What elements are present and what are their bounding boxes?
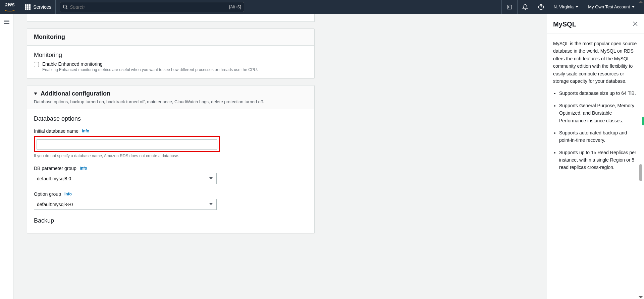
monitoring-section-title: Monitoring bbox=[34, 52, 308, 59]
additional-config-subtitle: Database options, backup turned on, back… bbox=[34, 99, 308, 104]
help-bullet: Supports automated backup and point-in-t… bbox=[559, 129, 638, 144]
search-shortcut: [Alt+S] bbox=[229, 5, 241, 9]
option-group-info-link[interactable]: Info bbox=[64, 192, 72, 196]
option-group-label: Option group bbox=[34, 191, 61, 197]
help-bullet: Supports General Purpose, Memory Optimiz… bbox=[559, 102, 638, 124]
additional-configuration-card: Additional configuration Database option… bbox=[27, 85, 315, 233]
additional-config-title: Additional configuration bbox=[41, 90, 110, 97]
chevron-down-icon bbox=[34, 93, 37, 95]
enhanced-monitoring-hint: Enabling Enhanced monitoring metrics are… bbox=[42, 67, 258, 72]
enhanced-monitoring-checkbox[interactable] bbox=[34, 62, 39, 67]
db-parameter-group-select[interactable]: default.mysql8.0 bbox=[34, 173, 217, 184]
left-rail bbox=[0, 14, 13, 299]
grid-icon bbox=[25, 4, 31, 10]
initial-db-name-info-link[interactable]: Info bbox=[82, 129, 89, 133]
option-group-select[interactable]: default:mysql-8-0 bbox=[34, 199, 217, 210]
previous-card-bottom bbox=[27, 14, 315, 22]
cloudshell-button[interactable] bbox=[501, 0, 517, 14]
initial-db-name-help: If you do not specify a database name, A… bbox=[34, 154, 308, 158]
initial-db-name-input[interactable] bbox=[37, 139, 217, 150]
bell-icon bbox=[522, 4, 528, 10]
terminal-icon bbox=[506, 4, 513, 10]
aws-logo[interactable]: aws bbox=[5, 3, 15, 11]
notifications-button[interactable] bbox=[517, 0, 533, 14]
db-parameter-group-label: DB parameter group bbox=[34, 166, 76, 171]
svg-point-0 bbox=[63, 5, 66, 8]
backup-section-title: Backup bbox=[34, 217, 308, 224]
region-label: N. Virginia bbox=[554, 4, 574, 9]
help-icon bbox=[538, 4, 544, 10]
database-options-title: Database options bbox=[34, 115, 308, 122]
help-panel-intro: MySQL is the most popular open source da… bbox=[553, 40, 638, 85]
help-panel-title: MySQL bbox=[553, 20, 576, 28]
region-selector[interactable]: N. Virginia bbox=[549, 0, 583, 14]
top-navigation-bar: aws Services [Alt+S] N. Virginia My Own … bbox=[0, 0, 644, 14]
account-menu[interactable]: My Own Test Account bbox=[583, 0, 639, 14]
initial-db-name-label: Initial database name bbox=[34, 128, 78, 134]
main-content: Monitoring Monitoring Enable Enhanced mo… bbox=[13, 14, 547, 299]
account-label: My Own Test Account bbox=[588, 4, 630, 9]
global-search[interactable]: [Alt+S] bbox=[60, 2, 244, 12]
enhanced-monitoring-label: Enable Enhanced monitoring bbox=[42, 61, 258, 67]
caret-down-icon bbox=[576, 6, 578, 8]
help-bullet: Supports up to 15 Read Replicas per inst… bbox=[559, 149, 638, 171]
feedback-tab[interactable] bbox=[642, 117, 644, 125]
help-panel-close-button[interactable] bbox=[633, 20, 638, 28]
services-label: Services bbox=[33, 4, 51, 10]
services-menu-button[interactable]: Services bbox=[21, 0, 56, 14]
side-nav-toggle[interactable] bbox=[4, 20, 9, 24]
help-panel: MySQL MySQL is the most popular open sou… bbox=[547, 14, 644, 299]
help-bullet: Supports database size up to 64 TiB. bbox=[559, 89, 638, 97]
search-icon bbox=[63, 4, 68, 9]
svg-line-1 bbox=[66, 8, 67, 9]
additional-config-toggle[interactable]: Additional configuration bbox=[34, 90, 308, 97]
highlighted-field-box bbox=[34, 136, 220, 152]
monitoring-card: Monitoring Monitoring Enable Enhanced mo… bbox=[27, 28, 315, 78]
db-parameter-group-info-link[interactable]: Info bbox=[80, 166, 87, 171]
caret-down-icon bbox=[632, 6, 635, 8]
search-input[interactable] bbox=[68, 4, 229, 10]
help-panel-bullet-list: Supports database size up to 64 TiB. Sup… bbox=[553, 89, 638, 171]
close-icon bbox=[633, 21, 638, 26]
help-button[interactable] bbox=[533, 0, 549, 14]
monitoring-header: Monitoring bbox=[34, 34, 308, 41]
